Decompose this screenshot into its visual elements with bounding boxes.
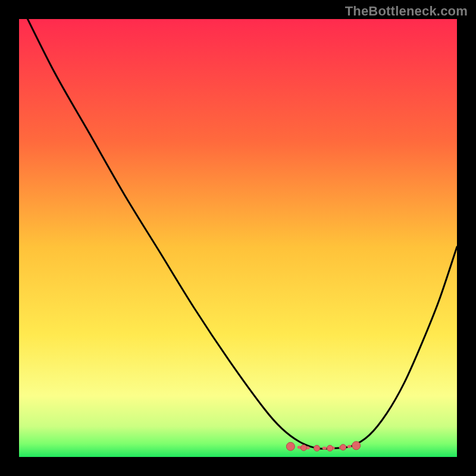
marker-dot: [286, 442, 295, 450]
watermark-text: TheBottleneck.com: [345, 4, 468, 19]
marker-dot: [327, 445, 333, 451]
curve-layer: [19, 19, 457, 457]
chart-container: TheBottleneck.com: [0, 0, 476, 476]
marker-dot: [314, 445, 320, 451]
marker-dot: [300, 445, 306, 451]
bottleneck-curve-path: [19, 19, 457, 449]
bottleneck-curve: [19, 19, 457, 449]
optimal-range-markers: [286, 441, 360, 451]
marker-dot: [352, 441, 361, 450]
plot-area: [19, 19, 457, 457]
marker-dot: [340, 444, 346, 450]
